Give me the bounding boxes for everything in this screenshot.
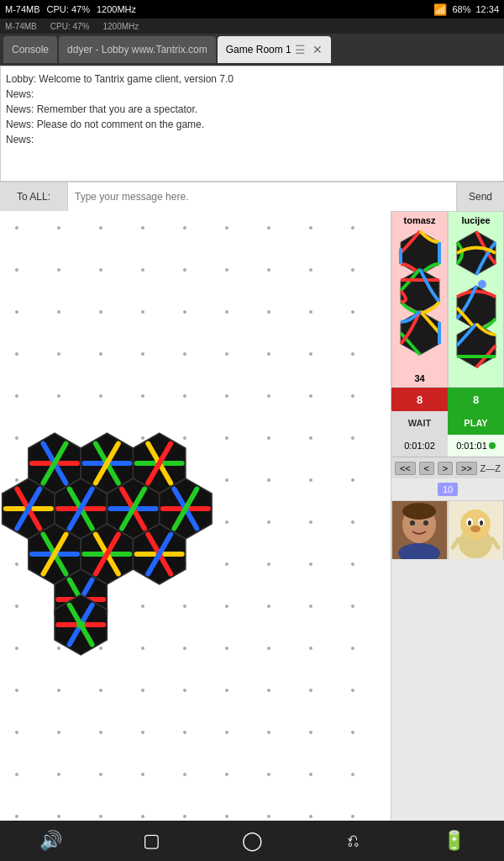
avatar-tomasz bbox=[391, 501, 448, 559]
controls-row: << < > >> Z—Z bbox=[391, 457, 504, 478]
volume-up-button[interactable]: 🔋 bbox=[428, 824, 479, 858]
status-left: M-74MB CPU: 47% 1200MHz bbox=[5, 4, 136, 14]
message-to-label: To ALL: bbox=[0, 182, 67, 211]
player-tiles-tomasz bbox=[396, 227, 444, 372]
timer-lucijee: 0:01:01 bbox=[448, 435, 504, 457]
right-panel: tomasz bbox=[391, 211, 504, 821]
svg-point-27 bbox=[460, 510, 491, 540]
tomasz-avatar-svg bbox=[392, 501, 447, 559]
player-name-tomasz: tomasz bbox=[404, 215, 436, 225]
svg-point-30 bbox=[468, 520, 471, 526]
player-panel-lucijee: lucijee bbox=[448, 211, 504, 388]
chat-message-5: News: bbox=[6, 132, 498, 147]
back-button[interactable]: ⎌ bbox=[328, 824, 378, 858]
player-panel-tomasz: tomasz bbox=[391, 211, 448, 388]
status-bar: M-74MB CPU: 47% 1200MHz 📶 68% 12:34 bbox=[0, 0, 504, 18]
lucijee-avatar-svg bbox=[449, 501, 503, 559]
undo-indicator: Z—Z bbox=[480, 463, 501, 473]
svg-marker-15 bbox=[401, 311, 439, 355]
players-row: tomasz bbox=[391, 211, 504, 388]
message-bar: To ALL: Send bbox=[0, 182, 504, 211]
tab-console-label: Console bbox=[12, 44, 49, 55]
svg-point-31 bbox=[480, 520, 483, 526]
timer-lucijee-value: 0:01:01 bbox=[456, 441, 487, 451]
move-counter: 10 bbox=[438, 483, 458, 496]
player-name-lucijee: lucijee bbox=[461, 215, 490, 225]
score-section: 8 8 bbox=[391, 388, 504, 411]
status-tomasz: WAIT bbox=[391, 411, 448, 435]
svg-point-12 bbox=[76, 621, 85, 629]
nav-first-button[interactable]: << bbox=[395, 462, 416, 475]
chat-message-4: News: Please do not comment on the game. bbox=[6, 117, 498, 132]
move-counter-row: 10 bbox=[391, 478, 504, 500]
battery-level: 68% bbox=[452, 4, 470, 14]
game-area: tomasz bbox=[0, 211, 504, 821]
freq-indicator: 1200MHz bbox=[97, 4, 136, 14]
timer-tomasz: 0:01:02 bbox=[391, 435, 448, 457]
tomasz-tiles-svg bbox=[396, 227, 444, 362]
status-right: 📶 68% 12:34 bbox=[433, 3, 499, 16]
send-button[interactable]: Send bbox=[457, 182, 504, 211]
tab-console[interactable]: Console bbox=[3, 36, 57, 63]
wifi-icon: 📶 bbox=[433, 3, 447, 16]
svg-point-32 bbox=[470, 526, 480, 532]
tab-menu-icon[interactable]: ☰ bbox=[295, 43, 306, 56]
volume-down-button[interactable]: 🔊 bbox=[25, 824, 76, 858]
tab-gameroom[interactable]: Game Room 1 ☰ ✕ bbox=[218, 36, 331, 63]
cpu-indicator: CPU: 47% bbox=[47, 4, 90, 14]
chat-message-2: News: bbox=[6, 87, 498, 102]
home-button[interactable]: ◯ bbox=[227, 824, 277, 858]
nav-prev-button[interactable]: < bbox=[419, 462, 434, 475]
status-section: WAIT PLAY bbox=[391, 411, 504, 435]
browser-area: Lobby: Welcome to Tantrix game client, v… bbox=[0, 66, 504, 821]
bottom-nav: 🔊 ▢ ◯ ⎌ 🔋 bbox=[0, 821, 504, 861]
chat-area: Lobby: Welcome to Tantrix game client, v… bbox=[0, 66, 504, 182]
timer-active-dot bbox=[489, 442, 496, 449]
message-input[interactable] bbox=[67, 182, 457, 211]
time-display: 12:34 bbox=[475, 4, 499, 14]
svg-point-23 bbox=[423, 520, 428, 526]
nav-next-button[interactable]: > bbox=[438, 462, 453, 475]
player-tiles-lucijee bbox=[453, 227, 500, 383]
svg-point-22 bbox=[410, 520, 415, 526]
tab-lobby-label: ddyer - Lobby www.Tantrix.com bbox=[67, 44, 207, 55]
status-lucijee: PLAY bbox=[448, 411, 504, 435]
tab-close-icon[interactable]: ✕ bbox=[312, 43, 323, 56]
memory-indicator: M-74MB bbox=[5, 4, 40, 14]
score-tomasz: 8 bbox=[391, 388, 448, 411]
board-svg bbox=[0, 211, 391, 821]
timer-tomasz-value: 0:01:02 bbox=[404, 441, 435, 451]
player-score-tomasz: 34 bbox=[414, 373, 424, 383]
sysinfo-freq: 1200MHz bbox=[102, 22, 139, 31]
svg-marker-13 bbox=[401, 231, 439, 275]
tab-gameroom-label: Game Room 1 bbox=[226, 44, 291, 55]
chat-message-3: News: Remember that you are a spectator. bbox=[6, 102, 498, 117]
chat-message-1: Lobby: Welcome to Tantrix game client, v… bbox=[6, 71, 498, 87]
avatar-lucijee bbox=[448, 501, 504, 559]
sysinfo-cpu: CPU: 47% bbox=[50, 22, 90, 31]
recent-apps-button[interactable]: ▢ bbox=[126, 824, 176, 858]
sysinfo-bar: M-74MB CPU: 47% 1200MHz bbox=[0, 18, 504, 34]
timer-section: 0:01:02 0:01:01 bbox=[391, 435, 504, 457]
board-area bbox=[0, 211, 391, 821]
tab-bar: Console ddyer - Lobby www.Tantrix.com Ga… bbox=[0, 34, 504, 66]
svg-point-21 bbox=[402, 503, 436, 520]
avatar-section bbox=[391, 500, 504, 559]
lucijee-tiles-svg bbox=[453, 227, 500, 370]
svg-marker-18 bbox=[457, 324, 496, 367]
nav-last-button[interactable]: >> bbox=[456, 462, 477, 475]
score-lucijee: 8 bbox=[448, 388, 504, 411]
sysinfo-memory: M-74MB bbox=[5, 22, 37, 31]
tab-lobby[interactable]: ddyer - Lobby www.Tantrix.com bbox=[59, 36, 216, 63]
